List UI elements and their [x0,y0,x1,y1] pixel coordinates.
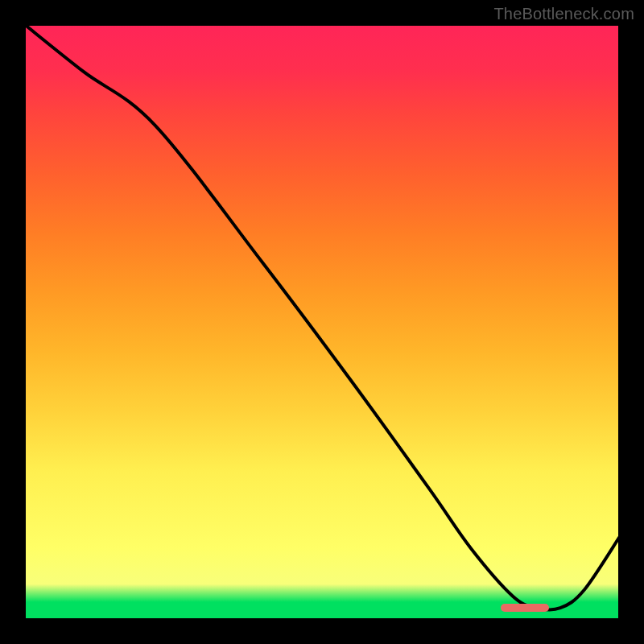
chart-line [24,24,620,610]
chart-frame: TheBottleneck.com [0,0,644,644]
plot-area [24,24,620,620]
optimal-marker-icon [501,604,549,612]
watermark-text: TheBottleneck.com [493,5,634,23]
chart-svg [24,24,620,620]
